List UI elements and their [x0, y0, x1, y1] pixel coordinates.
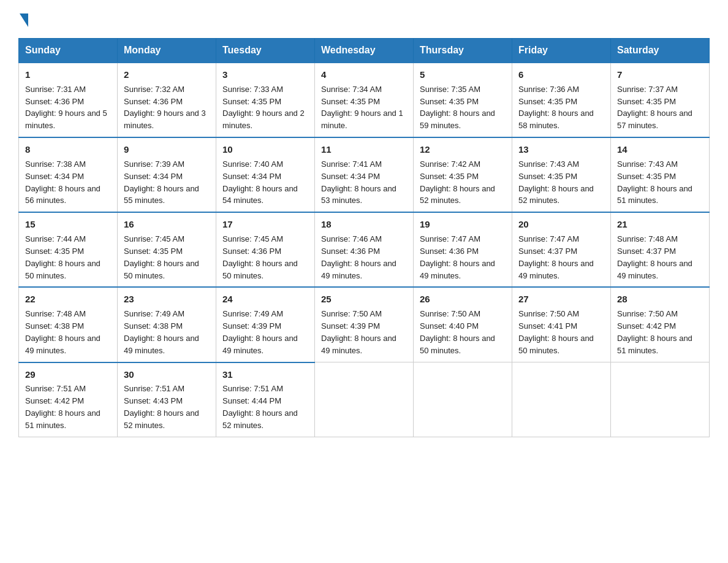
calendar-cell: 13Sunrise: 7:43 AMSunset: 4:35 PMDayligh… [512, 137, 611, 212]
calendar-cell: 31Sunrise: 7:51 AMSunset: 4:44 PMDayligh… [216, 362, 315, 437]
day-number: 31 [222, 368, 308, 381]
calendar-cell: 30Sunrise: 7:51 AMSunset: 4:43 PMDayligh… [118, 362, 216, 437]
day-info: Sunrise: 7:35 AMSunset: 4:35 PMDaylight:… [420, 85, 495, 131]
day-info: Sunrise: 7:38 AMSunset: 4:34 PMDaylight:… [25, 159, 100, 205]
calendar-cell: 26Sunrise: 7:50 AMSunset: 4:40 PMDayligh… [414, 287, 512, 362]
day-number: 15 [25, 218, 111, 231]
day-number: 23 [124, 293, 210, 306]
day-info: Sunrise: 7:36 AMSunset: 4:35 PMDaylight:… [518, 85, 594, 131]
day-number: 10 [222, 143, 308, 156]
day-info: Sunrise: 7:42 AMSunset: 4:35 PMDaylight:… [420, 159, 495, 205]
day-info: Sunrise: 7:45 AMSunset: 4:36 PMDaylight:… [222, 234, 298, 280]
calendar-cell: 8Sunrise: 7:38 AMSunset: 4:34 PMDaylight… [19, 137, 118, 212]
day-info: Sunrise: 7:40 AMSunset: 4:34 PMDaylight:… [222, 159, 298, 205]
weekday-header-thursday: Thursday [414, 39, 512, 63]
calendar-cell: 6Sunrise: 7:36 AMSunset: 4:35 PMDaylight… [512, 63, 611, 137]
day-number: 7 [617, 68, 703, 82]
weekday-header-tuesday: Tuesday [216, 39, 315, 63]
day-info: Sunrise: 7:51 AMSunset: 4:42 PMDaylight:… [25, 384, 100, 430]
calendar-cell [512, 362, 611, 437]
day-info: Sunrise: 7:31 AMSunset: 4:36 PMDaylight:… [25, 85, 107, 131]
day-number: 1 [25, 68, 111, 82]
calendar-cell: 18Sunrise: 7:46 AMSunset: 4:36 PMDayligh… [315, 212, 414, 287]
day-info: Sunrise: 7:48 AMSunset: 4:38 PMDaylight:… [25, 309, 100, 355]
week-row-5: 29Sunrise: 7:51 AMSunset: 4:42 PMDayligh… [19, 362, 710, 437]
calendar-cell: 15Sunrise: 7:44 AMSunset: 4:35 PMDayligh… [19, 212, 118, 287]
day-number: 30 [124, 368, 210, 381]
calendar-cell: 23Sunrise: 7:49 AMSunset: 4:38 PMDayligh… [118, 287, 216, 362]
day-number: 5 [420, 68, 506, 82]
day-info: Sunrise: 7:47 AMSunset: 4:36 PMDaylight:… [420, 234, 495, 280]
calendar-cell: 2Sunrise: 7:32 AMSunset: 4:36 PMDaylight… [118, 63, 216, 137]
calendar-cell: 3Sunrise: 7:33 AMSunset: 4:35 PMDaylight… [216, 63, 315, 137]
week-row-2: 8Sunrise: 7:38 AMSunset: 4:34 PMDaylight… [19, 137, 710, 212]
day-info: Sunrise: 7:43 AMSunset: 4:35 PMDaylight:… [617, 159, 692, 205]
day-number: 28 [617, 293, 703, 306]
logo-arrow-icon [20, 13, 28, 27]
day-info: Sunrise: 7:50 AMSunset: 4:41 PMDaylight:… [518, 309, 594, 355]
day-number: 14 [617, 143, 703, 156]
day-info: Sunrise: 7:41 AMSunset: 4:34 PMDaylight:… [321, 159, 396, 205]
day-info: Sunrise: 7:43 AMSunset: 4:35 PMDaylight:… [518, 159, 594, 205]
calendar-cell: 20Sunrise: 7:47 AMSunset: 4:37 PMDayligh… [512, 212, 611, 287]
day-number: 27 [518, 293, 604, 306]
day-number: 3 [222, 68, 308, 82]
calendar-cell: 21Sunrise: 7:48 AMSunset: 4:37 PMDayligh… [611, 212, 710, 287]
day-info: Sunrise: 7:37 AMSunset: 4:35 PMDaylight:… [617, 85, 692, 131]
calendar-cell [315, 362, 414, 437]
day-number: 24 [222, 293, 308, 306]
calendar-cell: 17Sunrise: 7:45 AMSunset: 4:36 PMDayligh… [216, 212, 315, 287]
logo [18, 12, 28, 27]
day-number: 16 [124, 218, 210, 231]
calendar-cell: 24Sunrise: 7:49 AMSunset: 4:39 PMDayligh… [216, 287, 315, 362]
day-number: 8 [25, 143, 111, 156]
day-info: Sunrise: 7:45 AMSunset: 4:35 PMDaylight:… [124, 234, 199, 280]
weekday-header-sunday: Sunday [19, 39, 118, 63]
day-number: 21 [617, 218, 703, 231]
day-number: 17 [222, 218, 308, 231]
day-number: 29 [25, 368, 111, 381]
calendar-cell: 27Sunrise: 7:50 AMSunset: 4:41 PMDayligh… [512, 287, 611, 362]
day-info: Sunrise: 7:51 AMSunset: 4:43 PMDaylight:… [124, 384, 199, 430]
calendar-cell: 25Sunrise: 7:50 AMSunset: 4:39 PMDayligh… [315, 287, 414, 362]
weekday-header-saturday: Saturday [611, 39, 710, 63]
calendar-cell: 4Sunrise: 7:34 AMSunset: 4:35 PMDaylight… [315, 63, 414, 137]
day-info: Sunrise: 7:51 AMSunset: 4:44 PMDaylight:… [222, 384, 298, 430]
day-number: 26 [420, 293, 506, 306]
calendar-cell: 1Sunrise: 7:31 AMSunset: 4:36 PMDaylight… [19, 63, 118, 137]
day-number: 22 [25, 293, 111, 306]
calendar-cell: 5Sunrise: 7:35 AMSunset: 4:35 PMDaylight… [414, 63, 512, 137]
day-info: Sunrise: 7:48 AMSunset: 4:37 PMDaylight:… [617, 234, 692, 280]
day-number: 12 [420, 143, 506, 156]
weekday-header-friday: Friday [512, 39, 611, 63]
calendar-cell: 22Sunrise: 7:48 AMSunset: 4:38 PMDayligh… [19, 287, 118, 362]
day-info: Sunrise: 7:49 AMSunset: 4:39 PMDaylight:… [222, 309, 298, 355]
day-info: Sunrise: 7:34 AMSunset: 4:35 PMDaylight:… [321, 85, 403, 131]
week-row-1: 1Sunrise: 7:31 AMSunset: 4:36 PMDaylight… [19, 63, 710, 137]
day-number: 13 [518, 143, 604, 156]
calendar-cell [414, 362, 512, 437]
day-number: 11 [321, 143, 407, 156]
day-number: 2 [124, 68, 210, 82]
calendar-cell: 19Sunrise: 7:47 AMSunset: 4:36 PMDayligh… [414, 212, 512, 287]
weekday-header-wednesday: Wednesday [315, 39, 414, 63]
calendar-cell: 16Sunrise: 7:45 AMSunset: 4:35 PMDayligh… [118, 212, 216, 287]
calendar-cell [611, 362, 710, 437]
day-number: 6 [518, 68, 604, 82]
day-info: Sunrise: 7:50 AMSunset: 4:40 PMDaylight:… [420, 309, 495, 355]
day-info: Sunrise: 7:49 AMSunset: 4:38 PMDaylight:… [124, 309, 199, 355]
page-header [18, 12, 710, 27]
calendar-cell: 14Sunrise: 7:43 AMSunset: 4:35 PMDayligh… [611, 137, 710, 212]
day-info: Sunrise: 7:44 AMSunset: 4:35 PMDaylight:… [25, 234, 100, 280]
day-number: 19 [420, 218, 506, 231]
calendar-cell: 7Sunrise: 7:37 AMSunset: 4:35 PMDaylight… [611, 63, 710, 137]
calendar-cell: 29Sunrise: 7:51 AMSunset: 4:42 PMDayligh… [19, 362, 118, 437]
day-number: 20 [518, 218, 604, 231]
calendar-cell: 11Sunrise: 7:41 AMSunset: 4:34 PMDayligh… [315, 137, 414, 212]
weekday-header-monday: Monday [118, 39, 216, 63]
day-number: 4 [321, 68, 407, 82]
day-number: 25 [321, 293, 407, 306]
week-row-3: 15Sunrise: 7:44 AMSunset: 4:35 PMDayligh… [19, 212, 710, 287]
day-info: Sunrise: 7:46 AMSunset: 4:36 PMDaylight:… [321, 234, 396, 280]
day-number: 18 [321, 218, 407, 231]
